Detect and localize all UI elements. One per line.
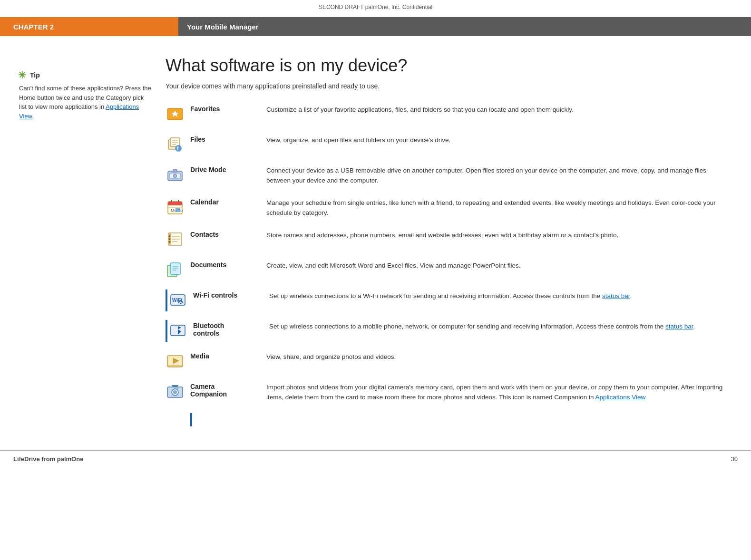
sidebar: ✳ Tip Can't find some of these applicati… bbox=[13, 55, 161, 426]
app-desc-documents: Create, view, and edit Microsoft Word an… bbox=[266, 259, 732, 271]
svg-point-44 bbox=[173, 390, 177, 394]
svg-point-29 bbox=[169, 241, 171, 243]
drive-mode-icon bbox=[166, 165, 185, 184]
list-item: CameraCompanion Import photos and videos… bbox=[166, 381, 732, 405]
svg-text:WiFi: WiFi bbox=[172, 298, 182, 303]
list-item: Media View, share, and organize photos a… bbox=[166, 350, 732, 372]
app-desc-wifi: Set up wireless connections to a Wi-Fi n… bbox=[269, 290, 732, 301]
page-heading: What software is on my device? bbox=[166, 55, 732, 76]
tip-label: Tip bbox=[30, 71, 40, 79]
tip-box: ✳ Tip Can't find some of these applicati… bbox=[13, 69, 151, 121]
main-content: ✳ Tip Can't find some of these applicati… bbox=[0, 36, 751, 441]
svg-rect-31 bbox=[171, 263, 180, 274]
app-name-calendar: Calendar bbox=[190, 196, 266, 206]
calendar-icon: Mo Tu We bbox=[166, 197, 185, 216]
list-item: Drive Mode Connect your device as a USB … bbox=[166, 164, 732, 188]
footer-page: 30 bbox=[731, 455, 738, 463]
top-bar-text: SECOND DRAFT palmOne, Inc. Confidential bbox=[319, 4, 432, 10]
svg-rect-16 bbox=[168, 204, 182, 205]
tip-text: Can't find some of these applications? P… bbox=[18, 84, 151, 121]
chapter-title-text: Your Mobile Manager bbox=[187, 23, 259, 31]
tip-header: ✳ Tip bbox=[18, 69, 151, 81]
footer: LifeDrive from palmOne 30 bbox=[0, 450, 751, 467]
bottom-bar-row bbox=[166, 413, 732, 426]
svg-point-28 bbox=[169, 238, 171, 240]
app-name-wifi: Wi-Fi controls bbox=[193, 290, 269, 299]
chapter-title: Your Mobile Manager bbox=[178, 17, 751, 36]
chapter-header: CHAPTER 2 Your Mobile Manager bbox=[0, 17, 751, 36]
app-desc-files: View, organize, and open files and folde… bbox=[266, 134, 732, 145]
app-list: Favorites Customize a list of your favor… bbox=[166, 103, 732, 426]
app-desc-media: View, share, and organize photos and vid… bbox=[266, 350, 732, 362]
list-item: Documents Create, view, and edit Microso… bbox=[166, 259, 732, 281]
bluetooth-controls-icon bbox=[168, 321, 187, 340]
list-item: f Files View, organize, and open files a… bbox=[166, 134, 732, 155]
svg-rect-13 bbox=[173, 169, 177, 172]
documents-icon bbox=[166, 260, 185, 279]
svg-point-45 bbox=[176, 388, 178, 390]
bottom-blue-bar bbox=[190, 413, 192, 426]
favorites-icon bbox=[166, 104, 185, 123]
wifi-blue-bar bbox=[166, 290, 167, 311]
chapter-label: CHAPTER 2 bbox=[0, 17, 178, 36]
tip-text-end: . bbox=[32, 113, 34, 120]
media-icon bbox=[166, 351, 185, 370]
app-desc-favorites: Customize a list of your favorite applic… bbox=[266, 103, 732, 115]
app-icon-col-favorites bbox=[166, 103, 190, 123]
app-icon-col-bluetooth bbox=[168, 320, 193, 340]
wifi-status-bar-link[interactable]: status bar bbox=[602, 292, 630, 299]
wifi-controls-icon: WiFi bbox=[168, 290, 187, 309]
svg-rect-41 bbox=[167, 365, 183, 367]
list-item: Bluetoothcontrols Set up wireless connec… bbox=[166, 320, 732, 342]
camera-applications-view-link[interactable]: Applications View bbox=[595, 394, 645, 401]
list-item: Favorites Customize a list of your favor… bbox=[166, 103, 732, 125]
files-icon: f bbox=[166, 135, 185, 154]
app-desc-drive: Connect your device as a USB removable d… bbox=[266, 164, 732, 186]
app-icon-col-files: f bbox=[166, 134, 190, 154]
app-icon-col-calendar: Mo Tu We bbox=[166, 196, 190, 216]
app-desc-contacts: Store names and addresses, phone numbers… bbox=[266, 229, 732, 241]
list-item: Mo Tu We Calendar Manage your schedule f… bbox=[166, 196, 732, 220]
app-name-files: Files bbox=[190, 134, 266, 143]
list-item: WiFi Wi-Fi controls Set up wireless conn… bbox=[166, 290, 732, 311]
app-desc-calendar: Manage your schedule from single entries… bbox=[266, 196, 732, 218]
page-intro: Your device comes with many applications… bbox=[166, 82, 732, 90]
svg-point-12 bbox=[174, 175, 176, 177]
chapter-number: CHAPTER 2 bbox=[13, 23, 54, 31]
app-icon-col-contacts bbox=[166, 229, 190, 249]
svg-point-27 bbox=[169, 235, 171, 237]
top-bar: SECOND DRAFT palmOne, Inc. Confidential bbox=[0, 0, 751, 12]
app-name-favorites: Favorites bbox=[190, 103, 266, 113]
app-name-media: Media bbox=[190, 350, 266, 360]
app-icon-col-wifi: WiFi bbox=[168, 290, 193, 309]
app-desc-bluetooth: Set up wireless connections to a mobile … bbox=[269, 320, 732, 332]
bluetooth-blue-bar bbox=[166, 320, 167, 342]
app-desc-camera: Import photos and videos from your digit… bbox=[266, 381, 732, 403]
app-name-drive: Drive Mode bbox=[190, 164, 266, 174]
list-item: Contacts Store names and addresses, phon… bbox=[166, 229, 732, 251]
app-icon-col-documents bbox=[166, 259, 190, 279]
app-icon-col-camera bbox=[166, 381, 190, 401]
app-name-contacts: Contacts bbox=[190, 229, 266, 238]
bluetooth-status-bar-link[interactable]: status bar bbox=[665, 323, 693, 330]
app-icon-col-media bbox=[166, 350, 190, 370]
footer-title: LifeDrive from palmOne bbox=[13, 455, 83, 463]
app-name-documents: Documents bbox=[190, 259, 266, 269]
svg-rect-21 bbox=[176, 208, 180, 212]
tip-star-icon: ✳ bbox=[18, 69, 26, 81]
app-name-bluetooth: Bluetoothcontrols bbox=[193, 320, 269, 337]
content-area: What software is on my device? Your devi… bbox=[161, 55, 732, 426]
app-name-camera: CameraCompanion bbox=[190, 381, 266, 398]
contacts-icon bbox=[166, 230, 185, 249]
svg-point-37 bbox=[180, 302, 182, 304]
camera-companion-icon bbox=[166, 382, 185, 401]
app-icon-col-drive bbox=[166, 164, 190, 184]
